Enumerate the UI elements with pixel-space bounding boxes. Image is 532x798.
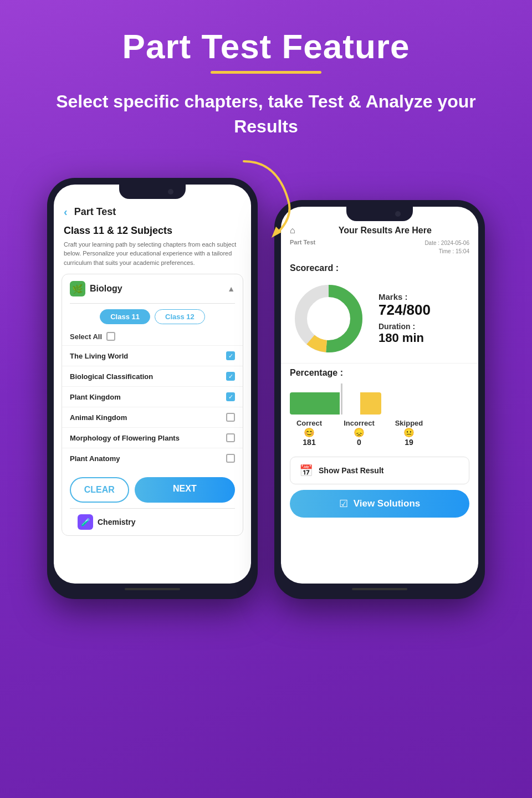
right-screen-content: ⌂ Your Results Are Here Part Test Date :…	[281, 221, 478, 584]
class11-tab[interactable]: Class 11	[100, 309, 150, 324]
left-bottom-bar	[125, 588, 180, 590]
scorecard-title: Scorecard :	[290, 263, 469, 273]
chapter-checkbox-5[interactable]	[226, 433, 235, 442]
chapter-name-2: Biological Classification	[70, 372, 153, 381]
back-arrow-icon[interactable]: ‹	[64, 206, 68, 218]
marks-value: 724/800	[378, 301, 469, 319]
left-screen-title: Part Test	[74, 206, 116, 218]
arrow-decoration	[211, 156, 321, 244]
left-screen-content: ‹ Part Test Class 11 & 12 Subjects Craft…	[54, 199, 251, 584]
chapter-checkbox-3[interactable]: ✓	[226, 392, 235, 401]
incorrect-label: Incorrect	[344, 419, 375, 427]
bottom-buttons: CLEAR NEXT	[62, 470, 243, 508]
bar-divider	[341, 383, 342, 415]
date-time: Date : 2024-05-06 Time : 15:04	[424, 239, 469, 255]
next-button[interactable]: NEXT	[135, 477, 235, 503]
correct-label: Correct	[296, 419, 322, 427]
percentage-labels: Correct 😊 181 Incorrect 😞 0 Skipped 😐	[290, 419, 469, 447]
skipped-count: 19	[405, 438, 413, 447]
select-all-checkbox[interactable]	[106, 332, 115, 341]
chapter-row-1[interactable]: The Living World ✓	[62, 345, 243, 366]
biology-card: 🌿 Biology ▲ Class 11 Class 12	[62, 274, 243, 536]
chemistry-name: Chemistry	[98, 518, 135, 526]
chemistry-icon: 🧪	[78, 514, 93, 530]
marks-label: Marks :	[378, 292, 469, 301]
chapter-name-5: Morphology of Flowering Plants	[70, 434, 180, 442]
skipped-bar	[360, 392, 381, 415]
biology-name: Biology	[90, 284, 122, 294]
right-notch	[346, 207, 413, 221]
class12-tab[interactable]: Class 12	[155, 309, 205, 324]
right-bottom-bar	[352, 588, 407, 590]
correct-emoji: 😊	[304, 427, 315, 438]
donut-chart	[290, 280, 367, 357]
select-all-row: Select All	[62, 330, 243, 345]
biology-icon-label: 🌿 Biology	[70, 281, 122, 296]
svg-marker-0	[272, 227, 282, 238]
section-desc: Craft your learning path by selecting ch…	[54, 240, 251, 274]
page-title: Part Test Feature	[33, 28, 499, 65]
view-solutions-label: View Solutions	[354, 498, 421, 509]
percentage-section: Percentage : Correct 😊 181 Incor	[281, 363, 478, 452]
title-underline	[211, 71, 321, 74]
chapter-checkbox-2[interactable]: ✓	[226, 372, 235, 381]
svg-point-4	[308, 298, 350, 340]
left-notch	[119, 185, 186, 199]
duration-value: 180 min	[378, 331, 469, 345]
show-past-result-button[interactable]: 📅 Show Past Result	[290, 457, 469, 484]
check-icon: ☑	[339, 498, 348, 510]
right-phone-screen: ⌂ Your Results Are Here Part Test Date :…	[281, 207, 478, 584]
class-tabs: Class 11 Class 12	[62, 304, 243, 330]
phones-container: ‹ Part Test Class 11 & 12 Subjects Craft…	[0, 150, 532, 599]
chapter-row-5[interactable]: Morphology of Flowering Plants	[62, 427, 243, 448]
show-past-label: Show Past Result	[319, 466, 383, 475]
select-all-label: Select All	[70, 332, 102, 341]
chapter-name-3: Plant Kingdom	[70, 393, 121, 401]
chapter-checkbox-1[interactable]: ✓	[226, 351, 235, 360]
clear-button[interactable]: CLEAR	[70, 477, 129, 503]
chapter-name-1: The Living World	[70, 352, 128, 360]
right-phone: ⌂ Your Results Are Here Part Test Date :…	[274, 200, 485, 599]
biology-header[interactable]: 🌿 Biology ▲	[62, 274, 243, 303]
chapter-checkbox-6[interactable]	[226, 454, 235, 463]
chapter-row-2[interactable]: Biological Classification ✓	[62, 366, 243, 386]
skipped-label: Skipped	[395, 419, 423, 427]
correct-count: 181	[303, 438, 315, 447]
time-label: Time : 15:04	[424, 247, 469, 255]
skipped-emoji: 😐	[403, 427, 415, 438]
date-label: Date : 2024-05-06	[424, 239, 469, 247]
chapter-row-4[interactable]: Animal Kingdom	[62, 407, 243, 427]
percentage-bars	[290, 383, 469, 415]
right-camera	[395, 211, 401, 217]
chemistry-row[interactable]: 🧪 Chemistry	[70, 508, 235, 535]
biology-icon: 🌿	[70, 281, 85, 296]
marks-info: Marks : 724/800 Duration : 180 min	[378, 292, 469, 345]
results-title: Your Results Are Here	[301, 226, 469, 236]
duration-label: Duration :	[378, 322, 469, 331]
chapter-checkbox-4[interactable]	[226, 413, 235, 422]
scorecard-row: Marks : 724/800 Duration : 180 min	[290, 280, 469, 357]
skipped-item: Skipped 😐 19	[390, 419, 428, 447]
incorrect-count: 0	[357, 438, 361, 447]
chevron-up-icon: ▲	[227, 284, 235, 293]
incorrect-emoji: 😞	[354, 427, 365, 438]
chapter-name-6: Plant Anatomy	[70, 454, 120, 463]
incorrect-item: Incorrect 😞 0	[340, 419, 378, 447]
left-camera	[168, 189, 173, 195]
percentage-title: Percentage :	[290, 368, 469, 378]
page-subtitle: Select specific chapters, take Test & An…	[33, 89, 499, 139]
correct-bar	[290, 392, 340, 415]
correct-item: Correct 😊 181	[290, 419, 329, 447]
chapter-row-6[interactable]: Plant Anatomy	[62, 448, 243, 468]
scorecard-section: Scorecard :	[281, 260, 478, 363]
left-phone-screen: ‹ Part Test Class 11 & 12 Subjects Craft…	[54, 185, 251, 584]
header: Part Test Feature Select specific chapte…	[0, 0, 532, 150]
chapter-row-3[interactable]: Plant Kingdom ✓	[62, 386, 243, 407]
chapter-name-4: Animal Kingdom	[70, 413, 127, 422]
view-solutions-button[interactable]: ☑ View Solutions	[290, 490, 469, 518]
calendar-icon: 📅	[299, 464, 313, 477]
